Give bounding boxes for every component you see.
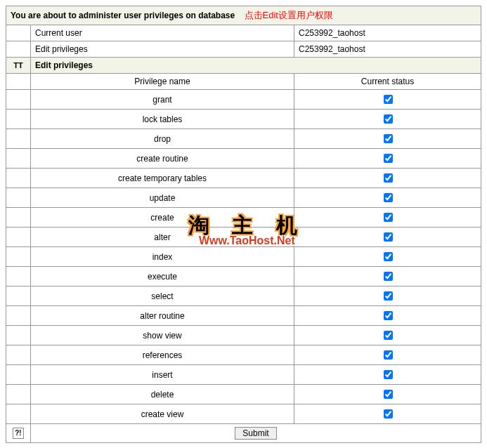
current-user-label: Current user — [31, 25, 294, 41]
privilege-name: create temporary tables — [31, 169, 294, 188]
privilege-name: show view — [31, 326, 294, 345]
privilege-checkbox[interactable] — [384, 291, 393, 301]
current-user-value: C253992_taohost — [294, 25, 481, 41]
privilege-checkbox[interactable] — [384, 252, 393, 261]
privilege-name: alter — [31, 228, 294, 247]
privilege-checkbox[interactable] — [384, 409, 393, 419]
privilege-name: create view — [31, 404, 294, 424]
privilege-row: create — [6, 208, 481, 228]
privilege-checkbox[interactable] — [384, 193, 393, 202]
current-user-row: Current user C253992_taohost — [6, 25, 481, 41]
section-header-row: TT Edit privileges — [6, 58, 481, 74]
privilege-checkbox[interactable] — [384, 311, 393, 320]
column-headers: Privilege name Current status — [6, 74, 481, 90]
privilege-checkbox[interactable] — [384, 154, 393, 163]
privilege-row: delete — [6, 385, 481, 404]
privilege-checkbox[interactable] — [384, 134, 393, 143]
col-status-header: Current status — [294, 74, 481, 90]
privilege-name: insert — [31, 365, 294, 385]
privilege-name: select — [31, 286, 294, 306]
section-title: Edit privileges — [31, 58, 481, 74]
privilege-name: delete — [31, 385, 294, 404]
privilege-name: index — [31, 247, 294, 267]
privilege-row: update — [6, 188, 481, 208]
submit-button[interactable]: Submit — [235, 427, 276, 440]
col-name-header: Privilege name — [31, 74, 294, 90]
privilege-row: lock tables — [6, 110, 481, 129]
privilege-row: drop — [6, 129, 481, 149]
privilege-name: references — [31, 345, 294, 365]
privilege-row: create view — [6, 404, 481, 424]
privilege-checkbox[interactable] — [384, 370, 393, 379]
privileges-table: You are about to administer user privile… — [6, 6, 481, 443]
privilege-name: execute — [31, 267, 294, 286]
page-title: You are about to administer user privile… — [11, 11, 235, 20]
help-icon[interactable]: ?! — [13, 428, 24, 439]
privilege-name: create — [31, 208, 294, 228]
privilege-checkbox[interactable] — [384, 213, 393, 222]
privilege-name: lock tables — [31, 110, 294, 129]
privilege-checkbox[interactable] — [384, 95, 393, 104]
privilege-row: alter routine — [6, 306, 481, 326]
privilege-name: create routine — [31, 149, 294, 169]
privilege-checkbox[interactable] — [384, 173, 393, 183]
privilege-row: execute — [6, 267, 481, 286]
privilege-row: select — [6, 286, 481, 306]
privilege-checkbox[interactable] — [384, 232, 393, 242]
edit-priv-value: C253992_taohost — [294, 41, 481, 58]
privilege-row: grant — [6, 90, 481, 110]
privilege-row: references — [6, 345, 481, 365]
privilege-row: alter — [6, 228, 481, 247]
header-row: You are about to administer user privile… — [6, 6, 481, 25]
privilege-row: insert — [6, 365, 481, 385]
privilege-checkbox[interactable] — [384, 331, 393, 340]
privilege-checkbox[interactable] — [384, 114, 393, 124]
tt-label: TT — [6, 58, 31, 74]
privilege-row: create routine — [6, 149, 481, 169]
footer-row: ?! Submit — [6, 424, 481, 443]
privilege-row: index — [6, 247, 481, 267]
edit-privileges-row: Edit privileges C253992_taohost — [6, 41, 481, 58]
privilege-checkbox[interactable] — [384, 272, 393, 281]
edit-priv-label: Edit privileges — [31, 41, 294, 58]
privilege-row: show view — [6, 326, 481, 345]
privilege-name: update — [31, 188, 294, 208]
annotation-text: 点击Edit设置用户权限 — [245, 10, 333, 20]
privilege-checkbox[interactable] — [384, 390, 393, 399]
privilege-row: create temporary tables — [6, 169, 481, 188]
privilege-checkbox[interactable] — [384, 350, 393, 360]
privilege-name: alter routine — [31, 306, 294, 326]
privilege-name: grant — [31, 90, 294, 110]
privilege-name: drop — [31, 129, 294, 149]
